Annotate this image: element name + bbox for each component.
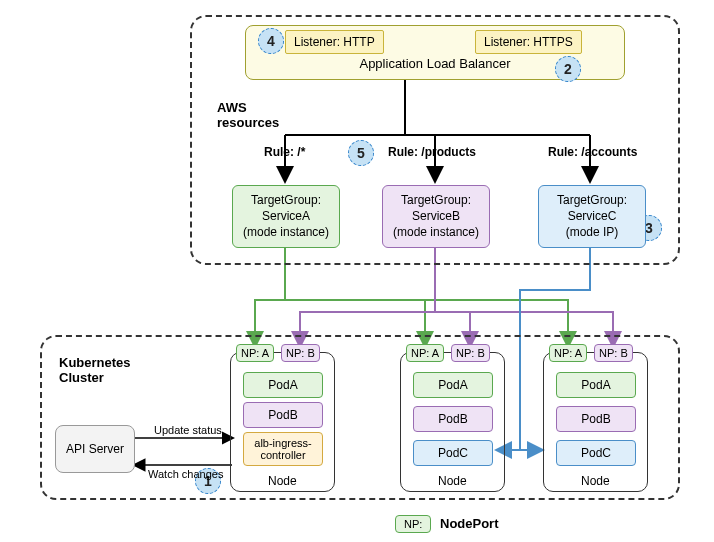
listener-https: Listener: HTTPS bbox=[475, 30, 582, 54]
node2-np-a: NP: A bbox=[406, 344, 444, 362]
node1-label: Node bbox=[268, 474, 297, 488]
tg-a-l1: TargetGroup: bbox=[237, 192, 335, 208]
watch-changes-label: Watch changes bbox=[148, 468, 223, 480]
alb-ctrl-l1: alb-ingress- bbox=[254, 437, 311, 449]
node3-pod-a: PodA bbox=[556, 372, 636, 398]
node2-pod-b: PodB bbox=[413, 406, 493, 432]
node3-pod-b: PodB bbox=[556, 406, 636, 432]
node3-pod-c: PodC bbox=[556, 440, 636, 466]
marker-2: 2 bbox=[555, 56, 581, 82]
k8s-cluster-label: Kubernetes Cluster bbox=[59, 355, 154, 385]
aws-resources-label: AWS resources bbox=[217, 100, 302, 130]
rule-c-label: Rule: /accounts bbox=[548, 145, 637, 159]
targetgroup-a: TargetGroup: ServiceA (mode instance) bbox=[232, 185, 340, 248]
marker-4: 4 bbox=[258, 28, 284, 54]
legend-np-label: NodePort bbox=[440, 516, 499, 531]
targetgroup-b: TargetGroup: ServiceB (mode instance) bbox=[382, 185, 490, 248]
node3-np-a: NP: A bbox=[549, 344, 587, 362]
node1-pod-a: PodA bbox=[243, 372, 323, 398]
targetgroup-c: TargetGroup: ServiceC (mode IP) bbox=[538, 185, 646, 248]
node1-np-b: NP: B bbox=[281, 344, 320, 362]
tg-b-l3: (mode instance) bbox=[387, 224, 485, 240]
tg-c-l1: TargetGroup: bbox=[543, 192, 641, 208]
marker-5: 5 bbox=[348, 140, 374, 166]
node2-np-b: NP: B bbox=[451, 344, 490, 362]
update-status-label: Update status bbox=[154, 424, 222, 436]
tg-b-l1: TargetGroup: bbox=[387, 192, 485, 208]
tg-a-l2: ServiceA bbox=[237, 208, 335, 224]
api-server: API Server bbox=[55, 425, 135, 473]
tg-a-l3: (mode instance) bbox=[237, 224, 335, 240]
tg-c-l3: (mode IP) bbox=[543, 224, 641, 240]
alb-ingress-controller: alb-ingress- controller bbox=[243, 432, 323, 466]
node3-np-b: NP: B bbox=[594, 344, 633, 362]
node1-np-a: NP: A bbox=[236, 344, 274, 362]
node2-pod-c: PodC bbox=[413, 440, 493, 466]
listener-http: Listener: HTTP bbox=[285, 30, 384, 54]
node2-label: Node bbox=[438, 474, 467, 488]
node2-pod-a: PodA bbox=[413, 372, 493, 398]
rule-a-label: Rule: /* bbox=[264, 145, 305, 159]
tg-c-l2: ServiceC bbox=[543, 208, 641, 224]
node1-pod-b: PodB bbox=[243, 402, 323, 428]
legend-np-swatch: NP: bbox=[395, 515, 431, 533]
alb-ctrl-l2: controller bbox=[260, 449, 305, 461]
tg-b-l2: ServiceB bbox=[387, 208, 485, 224]
rule-b-label: Rule: /products bbox=[388, 145, 476, 159]
node3-label: Node bbox=[581, 474, 610, 488]
